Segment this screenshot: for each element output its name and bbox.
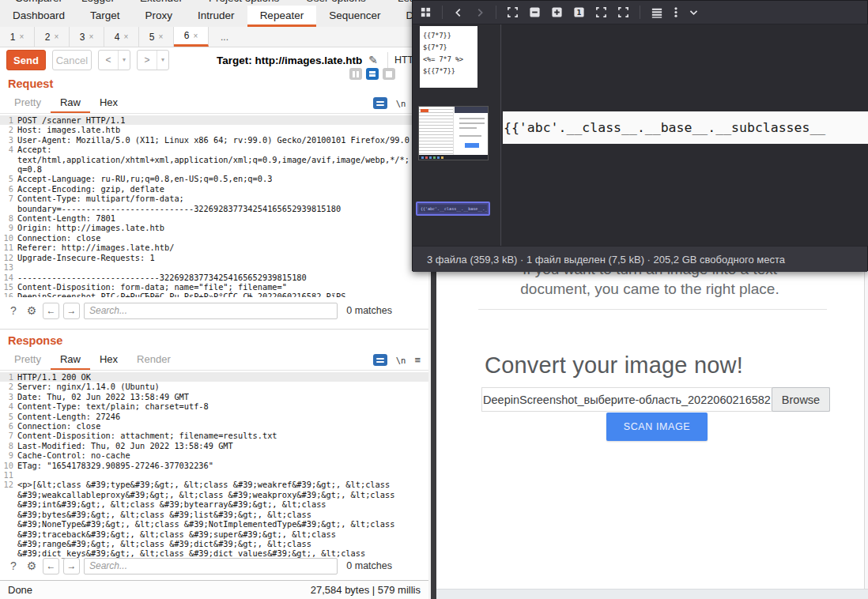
- burp-main-tab[interactable]: Repeater: [247, 6, 317, 27]
- request-line: 12 Upgrade-Insecure-Requests: 1: [0, 253, 428, 262]
- close-icon[interactable]: ×: [193, 32, 198, 40]
- repeater-tab[interactable]: 2 ×: [35, 27, 70, 47]
- search-prev-button[interactable]: ←: [43, 303, 59, 319]
- gear-icon[interactable]: ⚙: [25, 304, 39, 317]
- next-request-button[interactable]: > ▾: [137, 50, 169, 70]
- response-line: 2 Server: nginx/1.14.0 (Ubuntu): [0, 382, 428, 391]
- response-editor[interactable]: 1 HTTP/1.1 200 OK 2 Server: nginx/1.14.0…: [0, 371, 428, 560]
- rows-layout-icon[interactable]: [366, 68, 379, 80]
- newline-toggle-icon[interactable]: \n: [396, 356, 406, 365]
- burp-top-tab[interactable]: Project options: [209, 0, 279, 5]
- previous-request-button[interactable]: < ▾: [98, 50, 130, 70]
- viewer-canvas[interactable]: {{'abc'.__class__.__base__.__subclasses_…: [502, 24, 868, 246]
- back-icon[interactable]: [453, 7, 464, 18]
- search-input[interactable]: [84, 558, 338, 575]
- line-text: Origin: http://images.late.htb: [17, 223, 164, 232]
- edit-pencil-icon[interactable]: ✎: [368, 54, 378, 66]
- repeater-tab-label: 4: [115, 32, 120, 43]
- thumb-button: [465, 143, 479, 148]
- close-icon[interactable]: ×: [123, 32, 128, 41]
- chevron-down-icon[interactable]: ▾: [157, 51, 168, 70]
- request-view-tab[interactable]: Raw: [51, 93, 90, 113]
- thumbnail-selected-payload[interactable]: {{'abc'.__class__.__base__.__subclasses_…: [416, 202, 490, 216]
- burp-top-tab[interactable]: Extender: [140, 0, 183, 5]
- thumbnail-desktop-screenshot[interactable]: [418, 106, 489, 160]
- burp-main-tab[interactable]: Intruder: [185, 6, 247, 27]
- browse-button[interactable]: Browse: [772, 387, 830, 412]
- line-number: 5: [0, 174, 17, 183]
- fit-window-icon[interactable]: [507, 6, 519, 18]
- zoom-in-icon[interactable]: [551, 6, 563, 18]
- thumbnails-list-icon[interactable]: [651, 7, 663, 18]
- actual-size-icon[interactable]: 1: [573, 6, 585, 18]
- close-icon[interactable]: ×: [89, 32, 93, 41]
- request-view-tab[interactable]: Pretty: [5, 93, 51, 113]
- close-icon[interactable]: ×: [54, 32, 58, 41]
- help-icon[interactable]: ?: [6, 304, 21, 317]
- pretty-print-icon[interactable]: [373, 354, 387, 366]
- more-icon[interactable]: [674, 6, 678, 18]
- burp-top-tab[interactable]: User options: [306, 0, 366, 5]
- file-input[interactable]: DeepinScreenshot_выберите-область_202206…: [482, 388, 772, 411]
- newline-toggle-icon[interactable]: \n: [396, 99, 406, 108]
- burp-suite-window: ComparerLoggerExtenderProject optionsUse…: [0, 0, 428, 599]
- request-view-tab[interactable]: Hex: [90, 93, 127, 113]
- line-number: 3: [0, 135, 17, 145]
- response-view-tab[interactable]: Hex: [90, 350, 127, 370]
- chevron-down-icon[interactable]: ▾: [118, 51, 130, 70]
- burp-top-tab[interactable]: Comparer: [15, 0, 62, 5]
- repeater-tab[interactable]: 1 ×: [0, 27, 35, 47]
- burp-main-tab[interactable]: Sequencer: [316, 6, 393, 27]
- cancel-button[interactable]: Cancel: [52, 50, 92, 70]
- response-search-bar: ? ⚙ ← → 0 matches: [0, 556, 428, 576]
- response-line: 4 Content-Type: text/plain; charset=utf-…: [0, 401, 428, 411]
- burp-main-tab[interactable]: Dashboard: [0, 6, 77, 27]
- burp-main-tab[interactable]: Target: [77, 6, 133, 27]
- line-text: POST /scanner HTTP/1.1: [17, 115, 125, 125]
- response-view-tab[interactable]: Raw: [51, 350, 90, 370]
- request-line: text/html,application/xhtml+xml,applicat…: [0, 155, 428, 164]
- request-line: 9 Origin: http://images.late.htb: [0, 223, 428, 232]
- line-text: q=0.8: [17, 164, 42, 174]
- chevron-down-icon[interactable]: [689, 7, 699, 17]
- menu-icon[interactable]: ≡: [414, 354, 421, 366]
- columns-layout-icon[interactable]: [349, 68, 362, 80]
- burp-main-tab[interactable]: Proxy: [133, 6, 186, 27]
- image-viewer-window: 1 {{7*7}} ${7*7} <%= 7*7 %> ${{7*7}}: [412, 0, 868, 271]
- burp-top-tab[interactable]: Logger: [81, 0, 115, 5]
- response-view-tab[interactable]: Pretty: [5, 350, 51, 370]
- repeater-tab[interactable]: 5 ×: [139, 27, 174, 47]
- response-view-tabs: PrettyRawHexRender \n ≡: [0, 350, 428, 371]
- gear-icon[interactable]: ⚙: [25, 559, 39, 572]
- repeater-tab[interactable]: 6 ×: [174, 27, 209, 47]
- line-text: Content-Disposition: form-data; name="fi…: [17, 282, 287, 292]
- search-next-button[interactable]: →: [63, 303, 80, 319]
- repeater-more-tabs-button[interactable]: ...: [209, 27, 240, 47]
- response-view-tab[interactable]: Render: [127, 350, 180, 370]
- search-match-count: 0 matches: [346, 305, 392, 316]
- send-button[interactable]: Send: [6, 50, 46, 70]
- single-layout-icon[interactable]: [383, 68, 395, 80]
- search-next-button[interactable]: →: [63, 558, 80, 575]
- search-prev-button[interactable]: ←: [43, 558, 59, 575]
- close-icon[interactable]: ×: [19, 32, 24, 41]
- repeater-tab[interactable]: 4 ×: [104, 27, 139, 47]
- response-line: 8 Last-Modified: Thu, 02 Jun 2022 13:58:…: [0, 441, 428, 450]
- line-text: &#39;weakcallableproxy&#39;&gt;, &lt;cla…: [17, 490, 394, 499]
- forward-icon[interactable]: [474, 7, 485, 18]
- pretty-print-icon[interactable]: [373, 97, 387, 109]
- line-text: HTTP/1.1 200 OK: [17, 372, 91, 382]
- app-grid-icon[interactable]: [420, 6, 432, 18]
- thumb-header: [455, 107, 489, 113]
- thumbnail-ssti-payloads[interactable]: {{7*7}} ${7*7} <%= 7*7 %> ${{7*7}}: [420, 26, 477, 88]
- fit-screen-icon[interactable]: [617, 6, 629, 18]
- request-editor[interactable]: 1 POST /scanner HTTP/1.1 2 Host: images.…: [0, 114, 428, 297]
- search-input[interactable]: [84, 303, 338, 319]
- repeater-tab[interactable]: 3 ×: [70, 27, 104, 47]
- fit-width-icon[interactable]: [595, 6, 607, 18]
- response-line: &#39;weakcallableproxy&#39;&gt;, &lt;cla…: [0, 490, 428, 499]
- scan-image-button[interactable]: SCAN IMAGE: [606, 413, 708, 441]
- zoom-out-icon[interactable]: [529, 6, 541, 18]
- close-icon[interactable]: ×: [158, 32, 163, 41]
- help-icon[interactable]: ?: [6, 559, 21, 572]
